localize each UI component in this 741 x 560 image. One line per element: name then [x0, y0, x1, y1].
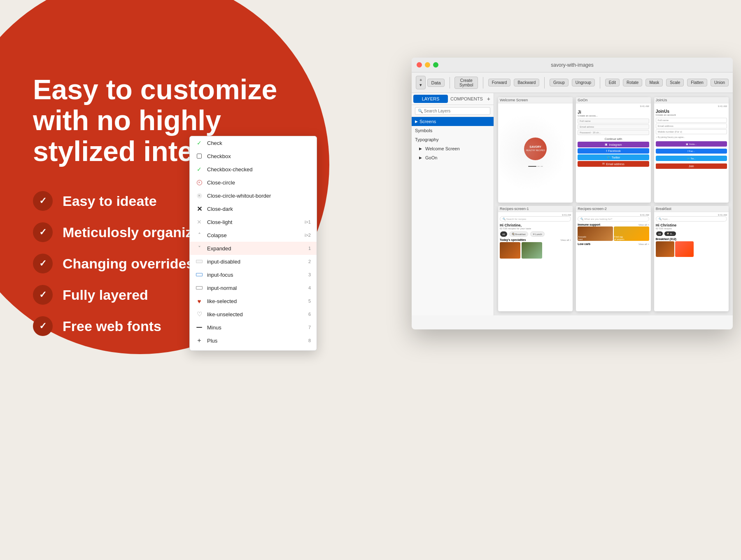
symbol-number-like-unselected: 6: [308, 312, 311, 317]
data-button[interactable]: Data: [427, 79, 444, 87]
symbol-item-expanded[interactable]: ˅ Expanded 1: [190, 242, 317, 255]
layer-item-screens[interactable]: ▶ Screens: [412, 117, 494, 126]
goon-instagram-btn[interactable]: ▣ Instagram: [578, 142, 649, 147]
filter-breakfast[interactable]: 🍳 Breakfast: [509, 231, 528, 237]
symbol-item-input-focus[interactable]: input-focus 3: [190, 268, 317, 281]
maximize-window-button[interactable]: [433, 62, 438, 68]
breakfast-filter-b[interactable]: 🍳 B...: [664, 231, 676, 236]
toolbar-separator-1: [450, 77, 450, 89]
check-icon-5: [33, 316, 53, 336]
recipes2-lowcarb-header: Low carb View all >: [578, 243, 649, 245]
tab-components[interactable]: COMPONENTS: [449, 95, 485, 103]
goon-email-btn[interactable]: ✉ Email address: [578, 161, 649, 167]
symbol-item-input-disabled[interactable]: input-disabled 2: [190, 255, 317, 268]
ungroup-button[interactable]: Ungroup: [572, 79, 595, 86]
recipes2-lowcarb-title: Low carb: [578, 243, 590, 245]
symbol-item-close-circle[interactable]: × Close-circle: [190, 176, 317, 189]
joinus-twitter-btn[interactable]: 🐦 Tw...: [656, 156, 727, 161]
rotate-button[interactable]: Rotate: [623, 79, 642, 86]
symbol-item-like-selected[interactable]: ♥ like-selected 5: [190, 294, 317, 308]
insert-button[interactable]: + ▾: [416, 76, 426, 89]
plus-icon: +: [196, 337, 203, 344]
like-unselected-icon: ♡: [196, 310, 203, 318]
layers-search-input[interactable]: [415, 107, 490, 115]
symbol-item-checkbox[interactable]: Checkbox: [190, 149, 317, 163]
recipes1-section-header: Today's specialties View all >: [500, 238, 571, 241]
symbol-item-checkbox-checked[interactable]: ✓ Checkbox-checked: [190, 163, 317, 176]
mask-button[interactable]: Mask: [645, 79, 663, 86]
recipes1-thumbnails: [500, 242, 571, 259]
group-button[interactable]: Group: [550, 79, 569, 86]
feature-label-5: Free web fonts: [63, 318, 161, 334]
joinus-name-field[interactable]: Full name: [656, 118, 727, 123]
symbol-item-qty[interactable]: - 1 + Qty qty: [190, 347, 317, 350]
backward-button[interactable]: Backward: [514, 79, 539, 86]
create-symbol-button[interactable]: Create Symbol: [454, 77, 478, 89]
joinus-email-field[interactable]: Email address: [656, 124, 727, 128]
symbol-item-close-dark[interactable]: ✕ Close-dark: [190, 202, 317, 215]
symbol-item-plus[interactable]: + Plus 8: [190, 334, 317, 347]
recipes1-view-all[interactable]: View all >: [561, 239, 571, 241]
symbol-item-check[interactable]: ✓ Check: [190, 136, 317, 149]
close-light-icon: ✕: [196, 218, 203, 226]
add-layer-button[interactable]: +: [485, 95, 492, 103]
expanded-icon: ˅: [196, 245, 203, 252]
welcome-screen-inner: SAVORYHEALTHY RECIPES: [500, 105, 571, 199]
breakfast-search[interactable]: 🔍 Topic...: [656, 216, 727, 222]
forward-button[interactable]: Forward: [488, 79, 511, 86]
sketch-app-window: savory-with-images + ▾ Data Create Symbo…: [412, 58, 733, 329]
recipes1-search[interactable]: 🔍 Search for recipes: [500, 216, 571, 222]
close-dark-icon: ✕: [196, 205, 203, 212]
breakfast-subtitle: 62 535 recipes: [656, 227, 727, 230]
layer-label-symbols: Symbols: [415, 128, 432, 133]
joinus-fields: Full name Email address Mobile number (F…: [656, 118, 727, 134]
layer-item-typography[interactable]: Typography: [412, 135, 494, 144]
joinus-facebook-btn[interactable]: f Fac...: [656, 149, 727, 154]
recipes2-immune-title: Immune support: [578, 223, 600, 226]
union-button[interactable]: Union: [711, 79, 729, 86]
goon-fullname-field[interactable]: Full name: [578, 119, 649, 124]
layer-label-welcome: Welcome Screen: [425, 146, 460, 151]
symbol-item-input-normal[interactable]: input-normal 4: [190, 281, 317, 294]
goon-continue-label: Continue with: [578, 138, 649, 140]
breakfast-filter-all[interactable]: All: [656, 231, 663, 236]
input-normal-icon: [196, 284, 203, 292]
scale-button[interactable]: Scale: [666, 79, 684, 86]
symbol-item-close-circle-white[interactable]: × Close-circle-whitout-border: [190, 189, 317, 202]
sketch-toolbar: + ▾ Data Create Symbol Forward Backward …: [412, 72, 733, 93]
minimize-window-button[interactable]: [425, 62, 430, 68]
joinus-social-btns: ▣ Insta... f Fac... 🐦 Tw...: [656, 140, 727, 162]
layer-item-symbols[interactable]: Symbols: [412, 126, 494, 135]
toolbar-separator-2: [483, 77, 483, 89]
goon-twitter-btn[interactable]: 🐦 Twitter: [578, 154, 649, 160]
recipes2-search[interactable]: 🔍 What are you looking for?: [578, 216, 649, 222]
tab-layers[interactable]: LAYERS: [413, 95, 448, 103]
goon-email-field[interactable]: Email adress: [578, 124, 649, 129]
window-titlebar: savory-with-images: [412, 58, 733, 72]
symbol-item-colapse[interactable]: ˄ Colapse i>2: [190, 229, 317, 242]
filter-lunch[interactable]: ☀ Lunch: [530, 231, 545, 237]
joinus-instagram-btn[interactable]: ▣ Insta...: [656, 141, 727, 147]
symbol-item-like-unselected[interactable]: ♡ like-unselected 6: [190, 308, 317, 321]
layers-search: [412, 105, 494, 117]
layer-item-goon[interactable]: ▶ GoOn: [412, 153, 494, 162]
edit-button[interactable]: Edit: [605, 79, 620, 86]
recipes1-greeting: Hi Christine,: [500, 223, 571, 227]
goon-facebook-btn[interactable]: f Facebook: [578, 148, 649, 154]
symbol-item-minus[interactable]: Minus 7: [190, 321, 317, 334]
flatten-button[interactable]: Flatten: [687, 79, 707, 86]
layers-panel: LAYERS COMPONENTS + ▶ Screens Symbols Ty…: [412, 93, 494, 315]
joinus-mobile-field[interactable]: Mobile number (For v): [656, 129, 727, 134]
recipes2-lowcarb-view-all[interactable]: View all >: [638, 243, 649, 245]
symbol-item-close-light[interactable]: ✕ Close-light i>1: [190, 215, 317, 229]
filter-all[interactable]: All: [500, 231, 507, 237]
layer-item-welcome[interactable]: ▶ Welcome Screen: [412, 144, 494, 153]
close-window-button[interactable]: [417, 62, 422, 68]
input-focus-icon: [196, 271, 203, 278]
layers-tabs: LAYERS COMPONENTS +: [412, 93, 494, 105]
recipes2-immune-view-all[interactable]: View all >: [638, 224, 649, 226]
goon-password-field[interactable]: Password - 25 ch...: [578, 130, 649, 135]
joinus-signup-btn[interactable]: Join: [656, 163, 727, 169]
recipes2-immune-thumbs: Avocadotoast Fried eggw/ peppers: [578, 226, 649, 241]
screen-content-welcome: SAVORYHEALTHY RECIPES: [498, 103, 573, 201]
